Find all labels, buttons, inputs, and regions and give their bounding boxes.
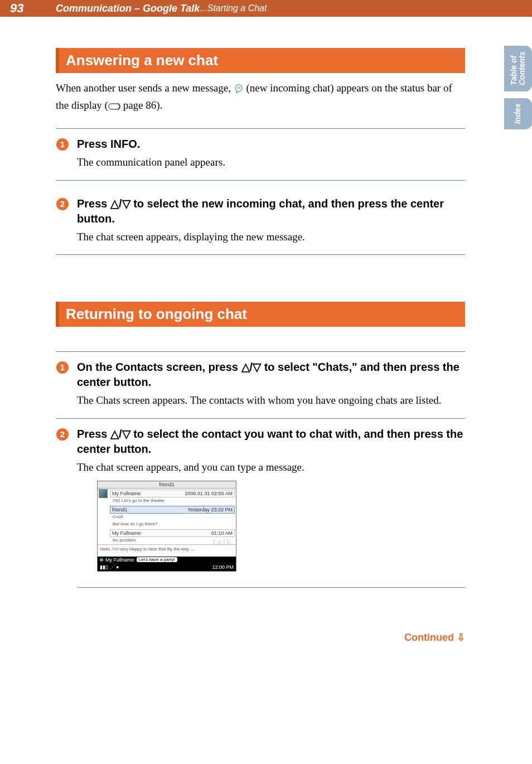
pointer-hand-icon xyxy=(108,100,120,115)
status-name: My Fullname xyxy=(105,557,134,563)
chat-sender: My Fullname xyxy=(112,530,141,536)
chat-message: No problem xyxy=(110,537,236,544)
chat-sender: friend1 xyxy=(112,507,128,512)
clock: 12:00 PM xyxy=(212,564,234,570)
header-title-rest: ...Starting a Chat xyxy=(200,3,267,13)
step-bullet-2-icon: 2 xyxy=(56,197,69,211)
chat-row: My Fullname 01:10 AM xyxy=(110,529,235,537)
step-bullet-2b-icon: 2 xyxy=(56,428,69,441)
up-down-arrows-icon: △/▽ xyxy=(241,361,262,373)
signal-icon: ▮▮▯ ⋰ ● xyxy=(100,564,119,570)
chat-screenshot: friend1 My Fullname 2006.01.31 02:50 AM … xyxy=(97,481,236,572)
section2-step1-desc: The Chats screen appears. The contacts w… xyxy=(77,393,465,408)
section2-step2-title: Press △/▽ to select the contact you want… xyxy=(77,427,465,457)
status-bubble: Let's have a party! xyxy=(137,557,177,562)
step-bullet-1-icon: 1 xyxy=(56,138,69,151)
chat-window-title: friend1 xyxy=(98,481,236,489)
tab-index-label: Index xyxy=(514,104,522,124)
chat-bubble-icon xyxy=(234,83,244,98)
section2-step2: 2 Press △/▽ to select the contact you wa… xyxy=(56,427,465,598)
section-heading-answering: Answering a new chat xyxy=(56,48,465,73)
chat-message: OK! Let's go to the theater xyxy=(110,497,236,505)
page-number: 93 xyxy=(0,0,39,17)
up-down-arrows-icon: △/▽ xyxy=(110,197,130,210)
avatar xyxy=(99,489,108,498)
tab-table-of-contents[interactable]: Table ofContents xyxy=(504,46,532,91)
tab-toc-label: Table ofContents xyxy=(510,52,527,86)
section1-step2-title: Press △/▽ to select the new incoming cha… xyxy=(77,196,465,226)
section1-intro: When another user sends a new message, (… xyxy=(56,81,465,115)
page-content: Answering a new chat When another user s… xyxy=(0,17,532,598)
device-status-bar: ▮▮▯ ⋰ ● 12:00 PM xyxy=(98,563,236,571)
chat-row: My Fullname 2006.01.31 02:50 AM xyxy=(110,490,235,497)
continued-indicator: Continued ⇩ xyxy=(0,631,465,644)
step-bullet-1b-icon: 1 xyxy=(56,361,69,374)
presence-dot-icon xyxy=(100,558,103,562)
section2-step2-desc: The chat screen appears, and you can typ… xyxy=(77,460,465,475)
svg-text:2: 2 xyxy=(60,199,65,209)
tab-index[interactable]: Index xyxy=(504,98,532,129)
svg-point-0 xyxy=(235,85,241,91)
svg-text:1: 1 xyxy=(60,362,65,372)
side-tabs: Table ofContents Index xyxy=(504,46,532,129)
section-heading-returning: Returning to ongoing chat xyxy=(56,302,465,327)
chat-status-bar: My Fullname Let's have a party! xyxy=(98,557,236,563)
arrow-down-icon: ⇩ xyxy=(457,632,465,643)
chat-message-list: My Fullname 2006.01.31 02:50 AM OK! Let'… xyxy=(98,490,236,544)
page-header: 93 Communication – Google Talk ...Starti… xyxy=(0,0,532,17)
svg-text:1: 1 xyxy=(60,139,65,149)
chat-time: 2006.01.31 02:50 AM xyxy=(185,491,233,496)
section2-step1-title: On the Contacts screen, press △/▽ to sel… xyxy=(77,360,465,390)
chat-row: friend1 Yesterday 23:22 PM xyxy=(110,506,235,514)
chat-message: Cool! xyxy=(110,514,236,521)
section1-step1-title: Press INFO. xyxy=(77,137,465,152)
chat-time: 01:10 AM xyxy=(211,530,233,536)
chat-time: Yesterday 23:22 PM xyxy=(187,507,233,512)
chat-input-area[interactable]: Hello, I'm very Happy to hear that By th… xyxy=(98,544,236,557)
up-down-arrows-icon: △/▽ xyxy=(110,428,130,440)
section1-step2-desc: The chat screen appears, displaying the … xyxy=(77,230,465,245)
section1-step2: 2 Press △/▽ to select the new incoming c… xyxy=(56,196,465,255)
section1-step1: 1 Press INFO. The communication panel ap… xyxy=(56,128,465,181)
section2-step1: 1 On the Contacts screen, press △/▽ to s… xyxy=(56,360,465,419)
chat-message: But how do I go there? xyxy=(110,521,236,528)
section1-step1-desc: The communication panel appears. xyxy=(77,155,465,170)
chat-sender: My Fullname xyxy=(112,491,141,496)
svg-text:2: 2 xyxy=(60,429,65,439)
header-title-strong: Communication – Google Talk xyxy=(56,3,200,14)
